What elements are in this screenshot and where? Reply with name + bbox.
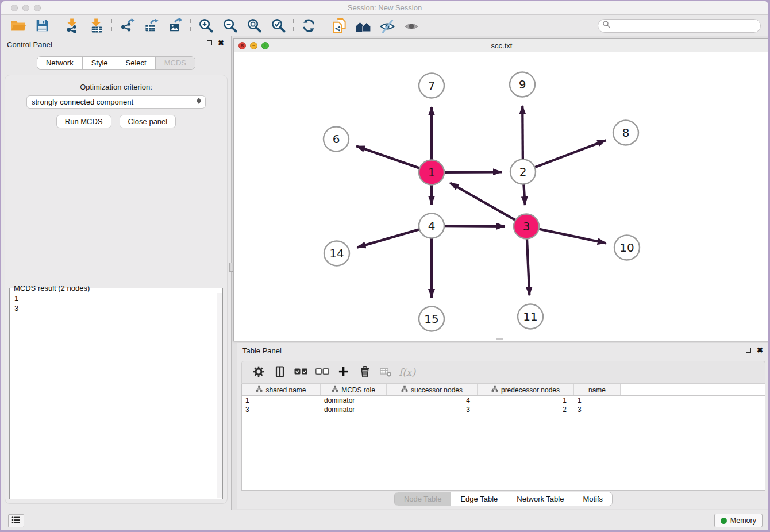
zoom-out-button[interactable] [218, 17, 242, 35]
table-row[interactable]: 3 dominator 3 2 3 [242, 405, 765, 414]
close-table-panel-icon[interactable]: ✖ [757, 347, 763, 353]
cell-mcds-role[interactable]: dominator [321, 406, 387, 414]
cell-successor-nodes[interactable]: 4 [387, 396, 478, 404]
memory-button[interactable]: Memory [714, 514, 763, 527]
empty-boxes-icon [315, 368, 329, 377]
node-table[interactable]: shared name MCDS role successor nodes pr… [241, 384, 765, 491]
zoom-fit-icon [247, 18, 262, 33]
graph-edge-3-10[interactable] [538, 229, 606, 243]
refresh-view-button[interactable] [297, 17, 321, 35]
cell-predecessor-nodes[interactable]: 1 [478, 396, 574, 404]
export-table-button[interactable] [139, 17, 163, 35]
export-network-button[interactable] [115, 17, 139, 35]
run-mcds-button[interactable]: Run MCDS [56, 115, 111, 128]
graph-node-6[interactable]: 6 [324, 127, 349, 152]
tab-network-table[interactable]: Network Table [507, 492, 573, 506]
search-box[interactable] [598, 19, 761, 33]
graph-node-15[interactable]: 15 [419, 307, 444, 331]
cell-name[interactable]: 1 [574, 396, 621, 404]
delete-column-button[interactable] [354, 363, 375, 381]
table-panel-title: Table Panel [242, 346, 282, 355]
close-panel-icon[interactable]: ✖ [218, 40, 224, 46]
column-header-predecessor-nodes[interactable]: predecessor nodes [478, 384, 574, 395]
criterion-select[interactable]: strongly connected component [26, 95, 206, 109]
eye-button[interactable] [399, 17, 424, 35]
graph-node-14[interactable]: 14 [324, 241, 349, 266]
graph-edge-4-14[interactable] [357, 229, 421, 248]
houses-button[interactable] [351, 17, 375, 35]
cell-successor-nodes[interactable]: 3 [387, 406, 478, 414]
add-column-button[interactable] [333, 363, 354, 381]
graph-edge-1-6[interactable] [356, 146, 421, 168]
graph-node-10[interactable]: 10 [614, 236, 640, 260]
graph-edge-2-9[interactable] [522, 106, 523, 160]
cell-mcds-role[interactable]: dominator [321, 396, 387, 404]
import-table-button[interactable] [84, 17, 109, 35]
save-session-button[interactable] [30, 17, 54, 35]
tab-network[interactable]: Network [37, 57, 82, 69]
table-row[interactable]: 1 dominator 4 1 1 [242, 396, 765, 405]
network-canvas[interactable]: 7968124314101511 [234, 52, 768, 341]
graph-node-1[interactable]: 1 [419, 160, 444, 185]
cell-predecessor-nodes[interactable]: 2 [478, 406, 574, 414]
show-columns-button[interactable] [269, 363, 290, 381]
control-panel-tabs: Network Style Select MCDS [1, 56, 231, 70]
open-session-button[interactable] [6, 17, 30, 35]
eye-slash-button[interactable] [375, 17, 399, 35]
toolbar-separator [324, 18, 324, 33]
svg-text:8: 8 [622, 126, 630, 140]
import-network-button[interactable] [60, 17, 84, 35]
tab-motifs[interactable]: Motifs [573, 492, 612, 506]
svg-text:1: 1 [428, 165, 436, 179]
graph-node-11[interactable]: 11 [518, 304, 543, 329]
tab-node-table[interactable]: Node Table [395, 492, 451, 506]
graph-node-2[interactable]: 2 [510, 160, 536, 184]
column-header-shared-name[interactable]: shared name [242, 384, 321, 395]
tab-style[interactable]: Style [82, 57, 117, 69]
graph-edge-2-3[interactable] [523, 183, 525, 205]
table-panel-header: Table Panel ✖ [237, 343, 768, 358]
task-history-button[interactable] [8, 514, 24, 527]
table-settings-button[interactable] [248, 363, 269, 381]
column-header-mcds-role[interactable]: MCDS role [321, 384, 387, 395]
refresh-icon [302, 18, 316, 33]
graph-node-3[interactable]: 3 [514, 214, 539, 239]
cell-shared-name[interactable]: 3 [242, 406, 321, 414]
criterion-value: strongly connected component [32, 98, 133, 106]
graph-edge-3-11[interactable] [527, 238, 529, 295]
graph-node-9[interactable]: 9 [510, 72, 535, 97]
graph-node-7[interactable]: 7 [419, 74, 444, 98]
float-panel-icon[interactable] [207, 40, 212, 45]
close-panel-button[interactable]: Close panel [120, 115, 176, 128]
select-all-button[interactable] [290, 363, 311, 381]
function-builder-button-disabled: f(x) [396, 363, 418, 381]
tab-select[interactable]: Select [117, 57, 155, 69]
graph-edge-1-2[interactable] [443, 172, 502, 172]
trash-icon [359, 366, 371, 379]
graph-node-4[interactable]: 4 [419, 214, 444, 238]
float-table-panel-icon[interactable] [746, 348, 751, 353]
frame-resize-grip[interactable] [496, 338, 503, 340]
zoom-selected-button[interactable] [266, 17, 290, 35]
result-scrollbar[interactable] [217, 293, 222, 498]
search-input[interactable] [611, 21, 760, 31]
zoom-in-icon [198, 18, 214, 33]
graph-node-8[interactable]: 8 [613, 121, 638, 145]
tab-mcds[interactable]: MCDS [155, 57, 195, 69]
toolbar-separator [190, 18, 191, 33]
graph-edge-2-8[interactable] [534, 140, 606, 168]
tab-edge-table[interactable]: Edge Table [451, 492, 507, 506]
zoom-fit-button[interactable] [242, 17, 266, 35]
clear-selection-button[interactable] [311, 363, 333, 381]
column-header-name[interactable]: name [574, 384, 621, 395]
graph-edge-3-1[interactable] [450, 183, 516, 221]
export-image-button[interactable] [163, 17, 187, 35]
cell-shared-name[interactable]: 1 [242, 396, 321, 404]
column-header-successor-nodes[interactable]: successor nodes [387, 384, 478, 395]
houses-icon [355, 18, 371, 34]
panel-divider-grip[interactable] [229, 263, 233, 272]
graph-edge-4-3[interactable] [443, 226, 505, 226]
cell-name[interactable]: 3 [574, 406, 621, 414]
zoom-in-button[interactable] [194, 17, 218, 35]
documents-share-button[interactable] [327, 17, 351, 35]
